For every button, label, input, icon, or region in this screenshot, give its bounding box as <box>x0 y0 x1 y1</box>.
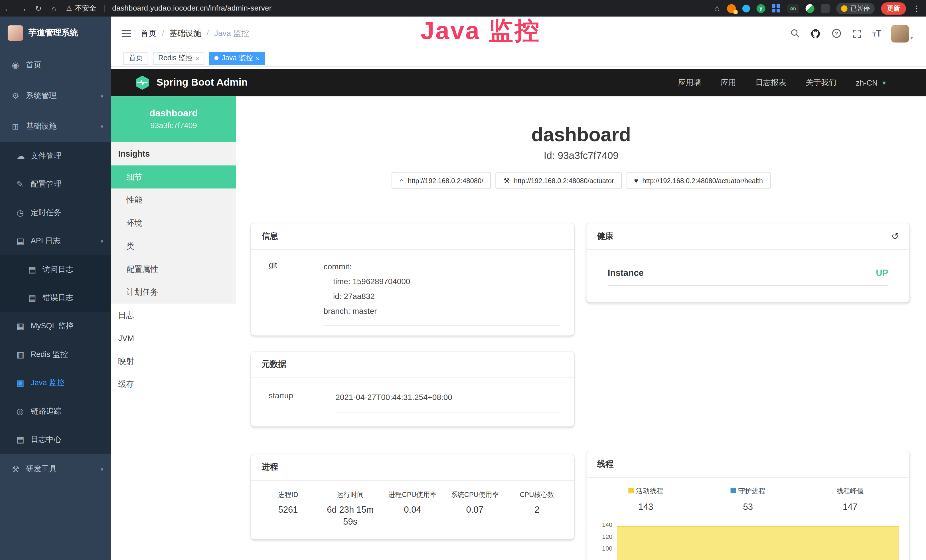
collapse-sidebar-icon[interactable] <box>122 28 131 38</box>
forward-icon[interactable]: → <box>15 4 31 12</box>
sba-nav-journal[interactable]: 日志报表 <box>755 77 786 88</box>
threads-area-series <box>617 526 899 560</box>
cards-area: 信息 git commit: time: 1596289704000 id: 2… <box>236 223 926 560</box>
tag-tab-bar: 首页 Redis 监控 × Java 监控 × <box>111 50 926 67</box>
threads-chart: 140 120 100 <box>595 521 901 560</box>
sidebar-item-dev-tools[interactable]: ⚒ 研发工具 ∨ <box>0 454 111 484</box>
extensions-puzzle-icon[interactable] <box>821 4 830 12</box>
divider <box>104 5 104 12</box>
extension-icon-blue[interactable] <box>742 5 750 12</box>
sidebar-item-trace[interactable]: ◎ 链路追踪 <box>0 397 111 425</box>
back-icon[interactable]: ← <box>0 4 15 12</box>
sba-item-mappings[interactable]: 映射 <box>111 350 236 373</box>
sidebar-item-log-center[interactable]: ▤ 日志中心 <box>0 425 111 454</box>
sba-nav-about[interactable]: 关于我们 <box>806 77 837 88</box>
extension-icon-grid[interactable] <box>772 4 781 12</box>
sba-item-performance[interactable]: 性能 <box>111 189 236 212</box>
github-icon[interactable] <box>811 28 821 38</box>
address-bar[interactable]: ⚠ 不安全 dashboard.yudao.iocoder.cn/infra/a… <box>66 3 272 13</box>
extension-icon-on[interactable]: on <box>787 4 799 12</box>
sba-navbar: Spring Boot Admin 应用墙 应用 日志报表 关于我们 zh-CN… <box>111 69 926 96</box>
reload-icon[interactable]: ↻ <box>31 4 46 12</box>
chevron-up-icon: ∧ <box>100 124 104 130</box>
url-text[interactable]: dashboard.yudao.iocoder.cn/infra/admin-s… <box>112 4 272 12</box>
sidebar-item-jobs[interactable]: ◷ 定时任务 <box>0 198 111 227</box>
breadcrumb-home[interactable]: 首页 <box>141 28 157 38</box>
doc-icon: ▤ <box>28 265 42 274</box>
health-card: 健康 ↺ Instance UP <box>586 223 909 303</box>
sba-main: dashboard Id: 93a3fc7f7409 ⌂ http://192.… <box>236 97 926 560</box>
sba-nav-wallboard[interactable]: 应用墙 <box>678 77 701 88</box>
instance-links: ⌂ http://192.168.0.2:48080/ ⚒ http://192… <box>236 172 926 189</box>
search-icon[interactable] <box>790 28 800 38</box>
instance-header[interactable]: dashboard 93a3fc7f7409 <box>111 97 236 142</box>
sba-nav-applications[interactable]: 应用 <box>721 77 736 88</box>
sba-brand[interactable]: Spring Boot Admin <box>135 75 248 91</box>
sba-item-config-props[interactable]: 配置属性 <box>111 257 236 281</box>
breadcrumb-infra[interactable]: 基础设施 <box>169 28 201 38</box>
sba-item-logs[interactable]: 日志 <box>111 304 236 327</box>
close-tab-icon[interactable]: × <box>195 55 199 62</box>
sidebar-item-mysql[interactable]: ▦ MySQL 监控 <box>0 312 111 340</box>
sba-sidebar: dashboard 93a3fc7f7409 Insights 细节 性能 环境… <box>111 97 236 560</box>
home-icon[interactable]: ⌂ <box>46 4 62 12</box>
tab-redis-monitor[interactable]: Redis 监控 × <box>153 51 204 65</box>
sidebar-item-config[interactable]: ✎ 配置管理 <box>0 170 111 198</box>
sba-item-jvm[interactable]: JVM <box>111 327 236 350</box>
java-monitor-icon: ▣ <box>17 378 31 387</box>
sba-item-classes[interactable]: 类 <box>111 235 236 257</box>
tab-home[interactable]: 首页 <box>124 51 148 65</box>
extension-icon-orange[interactable] <box>727 4 736 12</box>
sidebar-item-error-log[interactable]: ▤ 错误日志 <box>0 283 111 312</box>
browser-menu-icon[interactable]: ⋮ <box>912 4 920 12</box>
legend-swatch-blue <box>731 488 736 493</box>
sba-item-environment[interactable]: 环境 <box>111 211 236 235</box>
history-icon[interactable]: ↺ <box>891 231 899 242</box>
chevron-down-icon: ▼ <box>881 80 887 86</box>
sidebar-item-home[interactable]: ◉ 首页 <box>0 50 111 80</box>
extension-icon-green[interactable]: y <box>757 4 766 12</box>
clock-icon: ◷ <box>17 208 31 217</box>
sidebar-item-files[interactable]: ☁ 文件管理 <box>0 142 111 170</box>
y-axis-tick: 100 <box>595 545 612 552</box>
close-tab-icon[interactable]: × <box>256 55 260 62</box>
cpu-cores: CPU核心数 2 <box>506 490 568 527</box>
sba-item-scheduled-tasks[interactable]: 计划任务 <box>111 281 236 304</box>
tools-icon: ⚒ <box>12 465 26 474</box>
gear-icon: ⚙ <box>12 91 26 100</box>
sidebar-item-java[interactable]: ▣ Java 监控 <box>0 369 111 397</box>
extension-icon-leaf[interactable] <box>806 4 814 12</box>
legend-live-threads: 活动线程 143 <box>595 485 697 513</box>
chevron-down-icon: ∨ <box>100 93 104 99</box>
dashboard-icon: ◉ <box>12 60 26 70</box>
process-card-title: 进程 <box>262 462 278 472</box>
sidebar-item-system[interactable]: ⚙ 系统管理 ∨ <box>0 80 111 111</box>
redis-icon: ▥ <box>17 350 31 359</box>
app-logo[interactable]: 芋道管理系统 <box>0 17 111 50</box>
help-icon[interactable]: ? <box>831 28 841 38</box>
font-size-icon[interactable]: TT <box>872 29 882 38</box>
doc-icon: ▤ <box>28 293 42 303</box>
fullscreen-icon[interactable] <box>852 28 862 38</box>
paused-pill[interactable]: 已暂停 <box>836 3 875 14</box>
sidebar-item-infra[interactable]: ⊞ 基础设施 ∧ <box>0 111 111 142</box>
sba-item-details[interactable]: 细节 <box>111 165 236 189</box>
file-icon: ☁ <box>17 151 31 160</box>
mysql-icon: ▦ <box>17 321 31 331</box>
bookmark-star-icon[interactable]: ☆ <box>714 4 720 12</box>
health-url-link[interactable]: ♥ http://192.168.0.2:48080/actuator/heal… <box>626 172 770 189</box>
actuator-url-link[interactable]: ⚒ http://192.168.0.2:48080/actuator <box>496 172 622 189</box>
sidebar-item-redis[interactable]: ▥ Redis 监控 <box>0 341 111 369</box>
update-button[interactable]: 更新 <box>881 2 906 14</box>
sidebar-item-api-log[interactable]: ▤ API 日志 ∧ <box>0 227 111 255</box>
security-label: 不安全 <box>75 3 96 13</box>
instance-url-link[interactable]: ⌂ http://192.168.0.2:48080/ <box>392 172 491 189</box>
sidebar-item-access-log[interactable]: ▤ 访问日志 <box>0 255 111 283</box>
tab-java-monitor[interactable]: Java 监控 × <box>209 51 265 65</box>
locale-select[interactable]: zh-CN ▼ <box>856 78 887 87</box>
sba-hexagon-logo <box>135 75 150 91</box>
user-avatar[interactable] <box>891 24 909 42</box>
metadata-card: 元数据 startup 2021-04-27T00:44:31.254+08:0… <box>251 351 574 427</box>
y-axis-tick: 140 <box>595 521 612 528</box>
sba-item-caches[interactable]: 缓存 <box>111 373 236 396</box>
